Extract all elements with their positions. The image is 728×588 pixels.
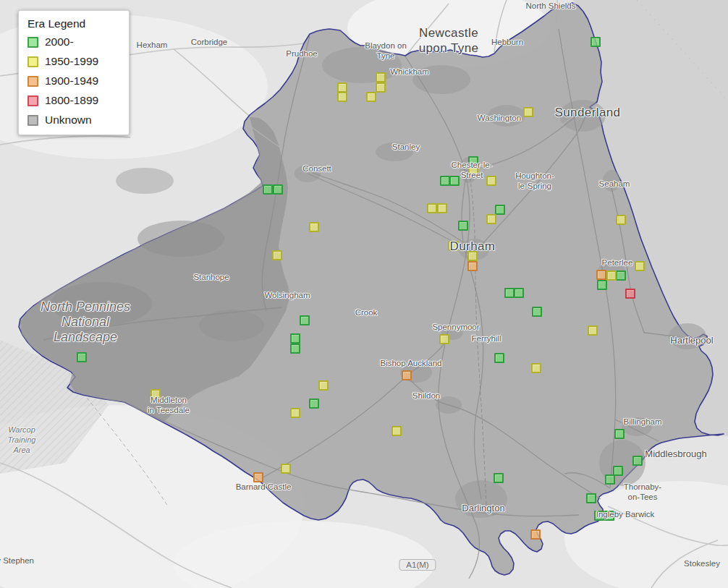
place-label-seaham: Seaham bbox=[599, 179, 630, 189]
legend-swatch-1800-1899 bbox=[27, 95, 38, 106]
legend-title: Era Legend bbox=[27, 17, 122, 30]
place-label-billingham: Billingham bbox=[623, 417, 661, 427]
place-label-peterlee: Peterlee bbox=[602, 257, 633, 268]
place-label-hartlepool: Hartlepool bbox=[670, 335, 713, 346]
place-label-darlington: Darlington bbox=[462, 503, 504, 514]
road-badge-a1m: A1(M) bbox=[399, 559, 436, 571]
legend-label: 2000- bbox=[45, 35, 74, 48]
place-label-bishop-auckland: Bishop Auckland bbox=[380, 358, 441, 368]
legend-item-1950-1999: 1950-1999 bbox=[27, 55, 122, 68]
place-label-hebburn: Hebburn bbox=[491, 37, 523, 47]
place-label-stokesley: Stokesley bbox=[684, 558, 720, 568]
place-label-blaydon-on: Blaydon on Tyne bbox=[365, 41, 407, 61]
place-label-spennymoor: Spennymoor bbox=[432, 322, 479, 332]
place-label-whickham: Whickham bbox=[390, 67, 429, 77]
place-label-north-shields: North Shields bbox=[525, 1, 575, 11]
place-label-north-pennines: North Pennines National Landscape bbox=[41, 299, 130, 346]
place-label-prudhoe: Prudhoe bbox=[286, 48, 317, 59]
place-label-crook: Crook bbox=[355, 307, 378, 318]
place-label-middleton: Middleton in Teesdale bbox=[148, 395, 190, 416]
place-label-shildon: Shildon bbox=[412, 391, 440, 401]
place-label-warcop: Warcop Training Area bbox=[8, 425, 36, 455]
legend-swatch-1950-1999 bbox=[27, 56, 38, 67]
legend-item-1900-1949: 1900-1949 bbox=[27, 74, 122, 88]
place-label-chester-le-: Chester-le- Street bbox=[452, 160, 493, 181]
legend-label: Unknown bbox=[45, 114, 92, 127]
place-label-durham: Durham bbox=[450, 239, 496, 254]
place-label-hexham: Hexham bbox=[137, 40, 168, 50]
legend-swatch-2000- bbox=[27, 37, 38, 48]
legend-label: 1950-1999 bbox=[45, 55, 98, 68]
place-label-washington: Washington bbox=[478, 113, 521, 123]
place-label-thornaby-: Thornaby- on-Tees bbox=[624, 482, 661, 503]
legend-swatch-1900-1949 bbox=[27, 76, 38, 87]
place-label-ingleby-barwick: Ingleby Barwick bbox=[596, 509, 655, 519]
place-label-consett: Consett bbox=[302, 163, 331, 174]
legend-label: 1800-1899 bbox=[45, 94, 98, 107]
place-label-kirkby-stephen: Kirkby Stephen bbox=[0, 555, 34, 566]
legend-label: 1900-1949 bbox=[45, 74, 98, 88]
place-label-middlesbrough: Middlesbrough bbox=[645, 448, 706, 460]
place-label-wolsingham: Wolsingham bbox=[264, 290, 310, 300]
era-legend: Era Legend 2000-1950-19991900-19491800-1… bbox=[18, 10, 130, 135]
place-label-sunderland: Sunderland bbox=[555, 105, 621, 120]
map-screen: Newcastle upon TyneSunderlandDurhamHexha… bbox=[0, 0, 728, 588]
legend-item-1800-1899: 1800-1899 bbox=[27, 94, 122, 107]
legend-item-Unknown: Unknown bbox=[27, 114, 122, 127]
place-label-corbridge: Corbridge bbox=[191, 37, 228, 47]
legend-swatch-Unknown bbox=[27, 115, 38, 126]
place-label-stanhope: Stanhope bbox=[193, 272, 229, 282]
place-label-barnard-castle: Barnard Castle bbox=[236, 482, 292, 492]
place-label-newcastle: Newcastle upon Tyne bbox=[419, 25, 479, 56]
place-label-ferryhill: Ferryhill bbox=[472, 333, 501, 344]
place-label-stanley: Stanley bbox=[392, 142, 420, 152]
legend-items: 2000-1950-19991900-19491800-1899Unknown bbox=[27, 35, 122, 127]
legend-item-2000-: 2000- bbox=[27, 35, 122, 48]
place-label-houghton-: Houghton- le-Spring bbox=[515, 171, 554, 192]
